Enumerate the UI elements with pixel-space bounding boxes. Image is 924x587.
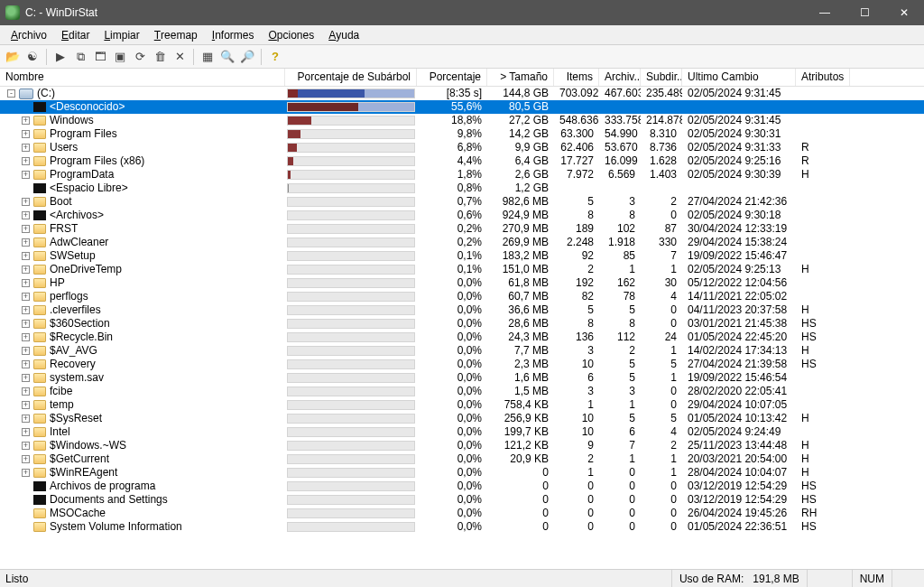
- expander-icon[interactable]: +: [22, 252, 30, 260]
- header-date[interactable]: Ultimo Cambio: [682, 69, 796, 86]
- maximize-button[interactable]: ☐: [845, 0, 884, 25]
- expander-icon[interactable]: +: [22, 306, 30, 314]
- expander-icon[interactable]: +: [22, 266, 30, 274]
- table-row[interactable]: <Desconocido>55,6%80,5 GB: [0, 100, 924, 114]
- menu-limpiar[interactable]: Limpiar: [97, 25, 146, 44]
- menu-ayuda[interactable]: Ayuda: [321, 25, 366, 44]
- expander-icon[interactable]: +: [22, 130, 30, 138]
- expander-icon[interactable]: +: [22, 320, 30, 328]
- expander-icon[interactable]: +: [22, 469, 30, 477]
- expander-icon[interactable]: +: [22, 442, 30, 450]
- table-row[interactable]: Archivos de programa0,0%000003/12/2019 1…: [0, 480, 924, 493]
- subtree-bar: [287, 143, 415, 153]
- close-button[interactable]: ✕: [884, 0, 924, 25]
- expander-icon[interactable]: +: [22, 171, 30, 179]
- cmd-icon[interactable]: ▣: [111, 48, 129, 66]
- expander-icon[interactable]: +: [22, 211, 30, 219]
- menu-informes[interactable]: Informes: [205, 25, 262, 44]
- folder-icon: [33, 346, 46, 356]
- header-size[interactable]: > Tamaño: [487, 69, 554, 86]
- expander-icon[interactable]: +: [22, 293, 30, 301]
- table-row[interactable]: +<Archivos>0,6%924,9 MB88002/05/2024 9:3…: [0, 209, 924, 222]
- expander-icon[interactable]: +: [22, 360, 30, 368]
- table-row[interactable]: +Boot0,7%982,6 MB53227/04/2024 21:42:36: [0, 195, 924, 209]
- header-attr[interactable]: Atributos: [796, 69, 850, 86]
- table-row[interactable]: +$Recycle.Bin0,0%24,3 MB1361122401/05/20…: [0, 331, 924, 344]
- table-row[interactable]: System Volume Information0,0%000001/05/2…: [0, 520, 924, 534]
- folder-icon: [33, 387, 46, 396]
- expander-icon[interactable]: +: [22, 333, 30, 341]
- table-row[interactable]: +Users6,8%9,9 GB62.40653.6708.73602/05/2…: [0, 141, 924, 154]
- expander-icon[interactable]: +: [22, 198, 30, 206]
- expander-icon[interactable]: +: [22, 279, 30, 287]
- table-row[interactable]: +.cleverfiles0,0%36,6 MB55004/11/2023 20…: [0, 303, 924, 317]
- table-row[interactable]: +temp0,0%758,4 KB11029/04/2024 10:07:05: [0, 398, 924, 412]
- zoomout-icon[interactable]: 🔎: [238, 48, 256, 66]
- table-row[interactable]: +$AV_AVG0,0%7,7 MB32114/02/2024 17:34:13…: [0, 344, 924, 358]
- expander-icon[interactable]: -: [7, 89, 15, 98]
- zoom-icon[interactable]: 🔍: [218, 48, 236, 66]
- menu-treemap[interactable]: Treemap: [147, 25, 205, 44]
- cancel-icon[interactable]: ✕: [171, 48, 189, 66]
- row-name: Archivos de programa: [50, 480, 155, 493]
- table-row[interactable]: +$Windows.~WS0,0%121,2 KB97225/11/2023 1…: [0, 439, 924, 452]
- drive-icon: [19, 89, 33, 99]
- menu-editar[interactable]: Editar: [54, 25, 97, 44]
- table-row[interactable]: +Program Files9,8%14,2 GB63.30054.9908.3…: [0, 127, 924, 141]
- expander-icon[interactable]: +: [22, 374, 30, 382]
- header-subtree[interactable]: Porcentaje de Subárbol: [285, 69, 417, 86]
- expander-icon[interactable]: +: [22, 387, 30, 396]
- header-percent[interactable]: Porcentaje: [417, 69, 487, 86]
- table-row[interactable]: +AdwCleaner0,2%269,9 MB2.2481.91833029/0…: [0, 236, 924, 249]
- minimize-button[interactable]: —: [805, 0, 845, 25]
- reload-icon[interactable]: ⟳: [131, 48, 149, 66]
- expander-icon[interactable]: +: [22, 455, 30, 463]
- expander-icon[interactable]: +: [22, 415, 30, 423]
- expander-icon[interactable]: +: [22, 428, 30, 436]
- expander-icon[interactable]: +: [22, 157, 30, 165]
- table-row[interactable]: MSOCache0,0%000026/04/2024 19:45:26RH: [0, 507, 924, 520]
- table-row[interactable]: Documents and Settings0,0%000003/12/2019…: [0, 493, 924, 507]
- header-items[interactable]: Items: [554, 69, 599, 86]
- expander-icon[interactable]: +: [22, 347, 30, 355]
- refresh-icon[interactable]: ☯: [23, 48, 42, 66]
- header-name[interactable]: Nombre: [0, 69, 285, 86]
- row-name: <Archivos>: [50, 209, 104, 222]
- expander-icon[interactable]: +: [22, 116, 30, 125]
- table-row[interactable]: +fcibe0,0%1,5 MB33028/02/2020 22:05:41: [0, 385, 924, 398]
- table-row[interactable]: +perflogs0,0%60,7 MB8278414/11/2021 22:0…: [0, 290, 924, 303]
- delete-icon[interactable]: 🗑: [151, 48, 169, 66]
- table-row[interactable]: +Program Files (x86)4,4%6,4 GB17.72716.0…: [0, 154, 924, 168]
- expander-icon[interactable]: +: [22, 401, 30, 409]
- copy-icon[interactable]: ⧉: [71, 48, 89, 66]
- table-row[interactable]: +OneDriveTemp0,1%151,0 MB21102/05/2024 9…: [0, 263, 924, 276]
- table-row[interactable]: +$SysReset0,0%256,9 KB105501/05/2024 10:…: [0, 412, 924, 425]
- table-row[interactable]: <Espacio Libre>0,8%1,2 GB: [0, 182, 924, 195]
- menu-opciones[interactable]: Opciones: [261, 25, 321, 44]
- folder-icon: [33, 427, 46, 437]
- drive-row[interactable]: -(C:)[8:35 s]144,8 GB703.092467.603235.4…: [0, 87, 924, 100]
- table-row[interactable]: +ProgramData1,8%2,6 GB7.9726.5691.40302/…: [0, 168, 924, 182]
- table-row[interactable]: +$WinREAgent0,0%010128/04/2024 10:04:07H: [0, 466, 924, 480]
- header-files[interactable]: Archiv...: [599, 69, 641, 86]
- explorer-icon[interactable]: 🗔: [91, 48, 109, 66]
- play-icon[interactable]: ▶: [51, 48, 69, 66]
- table-row[interactable]: +Recovery0,0%2,3 MB105527/04/2024 21:39:…: [0, 358, 924, 371]
- expander-icon[interactable]: +: [22, 144, 30, 152]
- treemap-icon[interactable]: ▦: [199, 48, 217, 66]
- table-row[interactable]: +Intel0,0%199,7 KB106402/05/2024 9:24:49: [0, 425, 924, 439]
- table-row[interactable]: +system.sav0,0%1,6 MB65119/09/2022 15:46…: [0, 371, 924, 385]
- open-icon[interactable]: 📂: [4, 48, 22, 66]
- table-row[interactable]: +$GetCurrent0,0%20,9 KB21120/03/2021 20:…: [0, 452, 924, 466]
- table-row[interactable]: +FRST0,2%270,9 MB1891028730/04/2024 12:3…: [0, 222, 924, 236]
- header-subdirs[interactable]: Subdir...: [641, 69, 682, 86]
- help-icon[interactable]: ?: [266, 48, 284, 66]
- expander-icon[interactable]: +: [22, 238, 30, 247]
- table-row[interactable]: +SWSetup0,1%183,2 MB9285719/09/2022 15:4…: [0, 249, 924, 263]
- subtree-bar: [287, 102, 415, 112]
- table-row[interactable]: +HP0,0%61,8 MB1921623005/12/2022 12:04:5…: [0, 276, 924, 290]
- table-row[interactable]: +$360Section0,0%28,6 MB88003/01/2021 21:…: [0, 317, 924, 331]
- menu-archivo[interactable]: Archivo: [4, 25, 54, 44]
- table-row[interactable]: +Windows18,8%27,2 GB548.636333.758214.87…: [0, 114, 924, 127]
- expander-icon[interactable]: +: [22, 225, 30, 233]
